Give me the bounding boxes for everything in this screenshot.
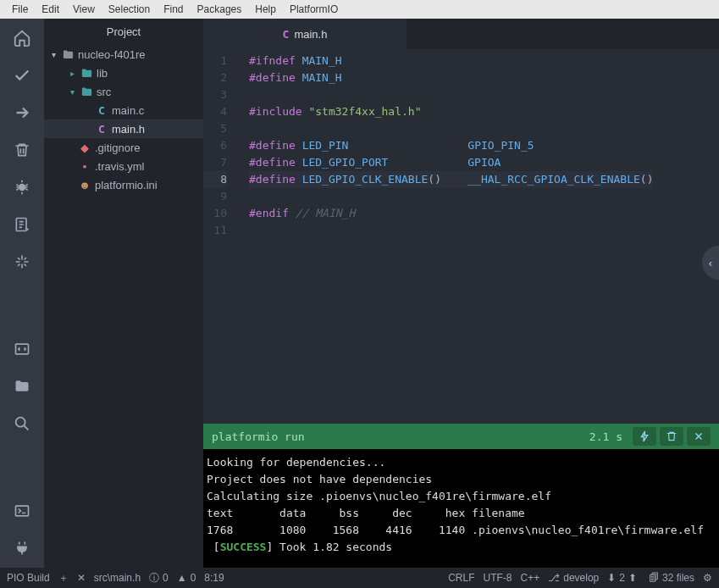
sidebar-title: Project bbox=[44, 19, 203, 45]
tab-label: main.h bbox=[294, 28, 327, 41]
menubar: File Edit View Selection Find Packages H… bbox=[0, 0, 719, 19]
menu-view[interactable]: View bbox=[66, 2, 102, 17]
branch-icon: ⎇ bbox=[548, 572, 560, 584]
menu-packages[interactable]: Packages bbox=[191, 2, 249, 17]
warning-icon: ▲ bbox=[177, 572, 187, 584]
status-close[interactable]: ✕ bbox=[77, 572, 86, 584]
tree-label: main.h bbox=[112, 123, 145, 136]
status-encoding[interactable]: UTF-8 bbox=[484, 572, 512, 584]
c-file-icon: C bbox=[95, 103, 108, 117]
h-file-icon: C bbox=[95, 122, 108, 136]
menu-edit[interactable]: Edit bbox=[35, 2, 66, 17]
close-button[interactable] bbox=[687, 427, 711, 446]
file-tree: ▾ nucleo-f401re ▸ lib ▾ src C main.c C m… bbox=[44, 45, 203, 568]
status-settings[interactable]: ⚙ bbox=[703, 572, 712, 584]
tree-label: src bbox=[97, 86, 111, 98]
status-language[interactable]: C++ bbox=[521, 572, 540, 584]
chevron-right-icon: ▸ bbox=[68, 69, 76, 78]
platformio-icon: ☻ bbox=[78, 178, 91, 191]
travis-icon: ▪ bbox=[78, 159, 91, 173]
h-file-icon: C bbox=[283, 28, 290, 41]
status-diag-info[interactable]: ⓘ0 bbox=[149, 571, 169, 585]
menu-help[interactable]: Help bbox=[248, 2, 283, 17]
tree-main-c[interactable]: C main.c bbox=[44, 101, 203, 119]
status-pio-build[interactable]: PIO Build bbox=[7, 572, 50, 584]
status-diag-warn[interactable]: ▲0 bbox=[177, 572, 196, 584]
gear-icon: ⚙ bbox=[703, 572, 712, 584]
status-bar: PIO Build ＋ ✕ src\main.h ⓘ0 ▲0 8:19 CRLF… bbox=[0, 568, 719, 588]
tree-label: lib bbox=[97, 67, 108, 80]
plus-icon: ＋ bbox=[58, 571, 69, 585]
tree-label: .travis.yml bbox=[95, 160, 145, 173]
terminal-icon[interactable] bbox=[13, 502, 31, 520]
svg-rect-4 bbox=[16, 506, 29, 516]
code-icon[interactable] bbox=[13, 340, 31, 358]
arrow-down-icon: ⬇ bbox=[607, 572, 616, 584]
tree-label: nucleo-f401re bbox=[78, 48, 146, 61]
tree-root[interactable]: ▾ nucleo-f401re bbox=[44, 45, 203, 64]
status-git-sync[interactable]: ⬇2 ⬆ bbox=[607, 572, 640, 584]
tree-platformio-ini[interactable]: ☻ platformio.ini bbox=[44, 175, 203, 194]
bug-icon[interactable] bbox=[13, 178, 31, 197]
editor-area: C main.h 1234567891011 #ifndef MAIN_H#de… bbox=[203, 19, 719, 568]
folder-icon bbox=[61, 47, 75, 61]
test-icon[interactable] bbox=[13, 215, 31, 234]
menu-selection[interactable]: Selection bbox=[102, 2, 157, 17]
terminal-elapsed: 2.1 s bbox=[589, 430, 622, 443]
activity-bar bbox=[0, 19, 44, 568]
folder-icon bbox=[80, 85, 93, 98]
close-icon: ✕ bbox=[77, 572, 86, 584]
tab-main-h[interactable]: C main.h bbox=[203, 19, 407, 49]
search-icon[interactable] bbox=[13, 414, 31, 433]
plug-icon[interactable] bbox=[13, 539, 31, 557]
status-file-path[interactable]: src\main.h bbox=[94, 572, 141, 584]
terminal-panel: platformio run 2.1 s Looking for depende… bbox=[203, 424, 719, 568]
tree-src[interactable]: ▾ src bbox=[44, 82, 203, 101]
gutter: 1234567891011 bbox=[203, 49, 235, 424]
info-icon: ⓘ bbox=[149, 571, 159, 585]
rerun-button[interactable] bbox=[633, 427, 656, 446]
tab-bar: C main.h bbox=[203, 19, 719, 49]
status-line-ending[interactable]: CRLF bbox=[448, 572, 474, 584]
status-cursor[interactable]: 8:19 bbox=[204, 572, 224, 584]
trash-icon[interactable] bbox=[13, 141, 31, 159]
chevron-down-icon: ▾ bbox=[68, 87, 76, 97]
code-editor[interactable]: 1234567891011 #ifndef MAIN_H#define MAIN… bbox=[203, 49, 719, 424]
project-sidebar: Project ▾ nucleo-f401re ▸ lib ▾ src C ma… bbox=[44, 19, 203, 568]
terminal-output[interactable]: Looking for dependencies... Project does… bbox=[203, 449, 719, 568]
status-git-branch[interactable]: ⎇develop bbox=[548, 572, 599, 584]
folder-icon[interactable] bbox=[13, 377, 31, 396]
terminal-command: platformio run bbox=[212, 430, 305, 443]
clear-button[interactable] bbox=[660, 427, 683, 446]
tree-label: main.c bbox=[112, 104, 144, 117]
menu-find[interactable]: Find bbox=[157, 2, 190, 17]
svg-point-3 bbox=[16, 418, 25, 427]
arrow-right-icon[interactable] bbox=[13, 103, 31, 122]
menu-platformio[interactable]: PlatformIO bbox=[283, 2, 345, 17]
sync-icon[interactable] bbox=[13, 252, 31, 271]
tree-lib[interactable]: ▸ lib bbox=[44, 64, 203, 82]
terminal-header: platformio run 2.1 s bbox=[203, 424, 719, 449]
git-icon: ◆ bbox=[78, 141, 91, 154]
chevron-down-icon: ▾ bbox=[49, 50, 58, 59]
files-icon: 🗐 bbox=[649, 572, 659, 584]
status-files[interactable]: 🗐32 files bbox=[649, 572, 694, 584]
svg-point-0 bbox=[19, 184, 25, 191]
tree-gitignore[interactable]: ◆ .gitignore bbox=[44, 138, 203, 157]
tree-travis[interactable]: ▪ .travis.yml bbox=[44, 157, 203, 175]
tree-main-h[interactable]: C main.h bbox=[44, 119, 203, 138]
home-icon[interactable] bbox=[13, 29, 31, 47]
check-icon[interactable] bbox=[13, 66, 31, 85]
folder-icon bbox=[80, 66, 93, 80]
code-body[interactable]: #ifndef MAIN_H#define MAIN_H #include "s… bbox=[235, 49, 653, 424]
tree-label: .gitignore bbox=[95, 141, 140, 154]
arrow-up-icon: ⬆ bbox=[628, 572, 637, 584]
tree-label: platformio.ini bbox=[95, 179, 158, 191]
menu-file[interactable]: File bbox=[5, 2, 35, 17]
status-new-terminal[interactable]: ＋ bbox=[58, 571, 69, 585]
